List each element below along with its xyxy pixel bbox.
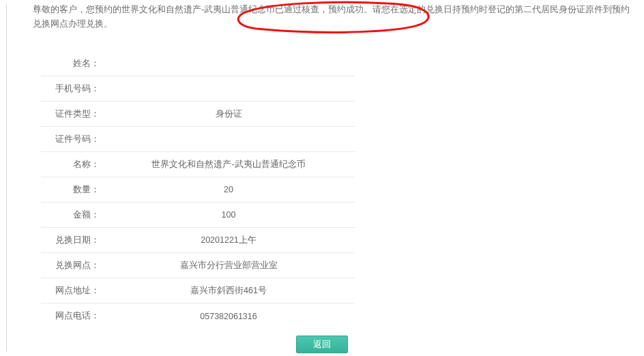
row-phone: 手机号码： (41, 76, 355, 102)
notice-text: 尊敬的客户，您预约的世界文化和自然遗产-武夷山普通纪念币已通过核查，预约成功。请… (33, 3, 633, 31)
label-amount: 金额： (41, 209, 102, 221)
value-tel: 057382061316 (102, 312, 355, 321)
label-name: 姓名： (41, 58, 102, 70)
row-qty: 数量： 20 (41, 177, 355, 203)
value-branch: 嘉兴市分行营业部营业室 (102, 260, 355, 271)
label-idtype: 证件类型： (41, 108, 102, 120)
label-exdate: 兑换日期： (41, 235, 102, 246)
row-name: 姓名： (41, 51, 355, 76)
row-exdate: 兑换日期： 20201221上午 (41, 228, 355, 253)
row-addr: 网点地址： 嘉兴市斜西街461号 (41, 278, 355, 303)
label-phone: 手机号码： (41, 83, 102, 95)
row-amount: 金额： 100 (41, 203, 355, 228)
button-bar: 返回 (0, 336, 644, 353)
row-idtype: 证件类型： 身份证 (41, 102, 355, 127)
row-tel: 网点电话： 057382061316 (41, 303, 355, 329)
label-product: 名称： (41, 159, 102, 170)
left-border-line (6, 3, 7, 351)
value-addr: 嘉兴市斜西街461号 (102, 285, 355, 297)
label-tel: 网点电话： (41, 310, 102, 322)
label-idno: 证件号码： (41, 134, 102, 145)
label-branch: 兑换网点： (41, 260, 102, 271)
value-exdate: 20201221上午 (102, 235, 355, 246)
label-qty: 数量： (41, 184, 102, 196)
row-branch: 兑换网点： 嘉兴市分行营业部营业室 (41, 253, 355, 278)
value-amount: 100 (102, 210, 355, 220)
value-idtype: 身份证 (102, 108, 355, 120)
row-product: 名称： 世界文化和自然遗产-武夷山普通纪念币 (41, 152, 355, 177)
details-table: 姓名： 手机号码： 证件类型： 身份证 证件号码： 名称： 世界文化和自然遗产-… (41, 51, 355, 329)
label-addr: 网点地址： (41, 285, 102, 297)
return-button[interactable]: 返回 (296, 336, 348, 353)
value-qty: 20 (102, 185, 355, 194)
value-product: 世界文化和自然遗产-武夷山普通纪念币 (102, 159, 355, 170)
row-idno: 证件号码： (41, 127, 355, 152)
